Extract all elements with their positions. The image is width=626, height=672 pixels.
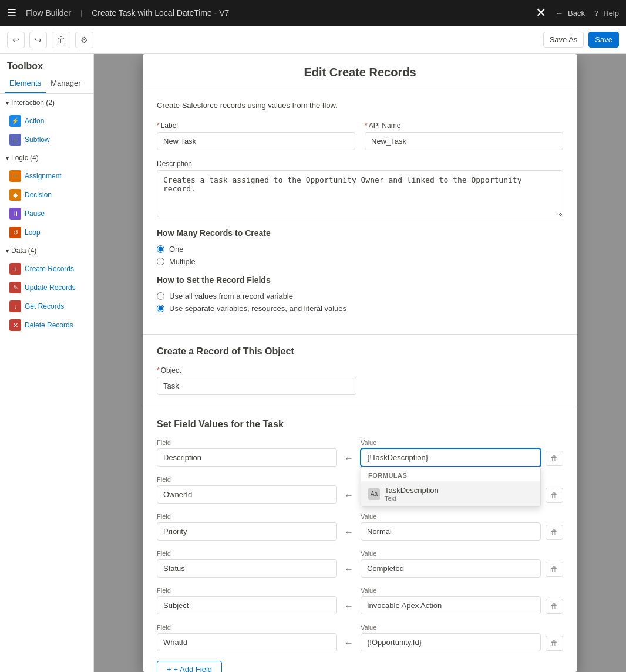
field-input-subject[interactable] <box>157 596 337 614</box>
menu-icon[interactable]: ☰ <box>7 6 16 19</box>
field-input-description[interactable] <box>157 448 337 467</box>
modal-overlay: Edit Create Records Create Salesforce re… <box>94 54 626 672</box>
value-col-5: Value <box>361 624 541 651</box>
object-input[interactable] <box>157 377 356 395</box>
radio-all-values-input[interactable] <box>157 292 164 300</box>
label-label: * Label <box>157 121 355 130</box>
field-col-3: Field <box>157 550 337 578</box>
sidebar-item-update-records[interactable]: ✎ Update Records <box>0 278 93 297</box>
delete-button-3[interactable]: 🗑 <box>546 562 563 577</box>
update-records-icon: ✎ <box>9 282 21 293</box>
sidebar-item-get-records[interactable]: ↓ Get Records <box>0 297 93 316</box>
value-col-label-0: Value <box>361 439 541 446</box>
modal-title: Edit Create Records <box>157 66 563 79</box>
tab-manager[interactable]: Manager <box>46 74 85 93</box>
dropdown-item-info: TaskDescription Text <box>385 486 439 502</box>
sidebar-item-subflow[interactable]: ≡ Subflow <box>0 130 93 149</box>
close-button[interactable]: ✕ <box>536 6 546 19</box>
arrow-button-3[interactable]: ← <box>342 564 356 575</box>
arrow-button-4[interactable]: ← <box>342 601 356 612</box>
description-label: Description <box>157 160 563 168</box>
arrow-button-2[interactable]: ← <box>342 527 356 538</box>
sidebar-item-loop[interactable]: ↺ Loop <box>0 223 93 242</box>
dropdown-popup: FORMULAS Aa TaskDescription Text <box>361 467 541 507</box>
back-link[interactable]: ← Back <box>556 9 585 18</box>
field-input-status[interactable] <box>157 559 337 578</box>
field-col-label-1: Field <box>157 476 337 483</box>
redo-button[interactable]: ↪ <box>29 32 47 48</box>
object-label: * Object <box>157 366 563 374</box>
sidebar-item-delete-records[interactable]: ✕ Delete Records <box>0 316 93 335</box>
tab-elements[interactable]: Elements <box>5 74 46 93</box>
radio-one-input[interactable] <box>157 245 164 253</box>
delete-button-1[interactable]: 🗑 <box>546 488 563 503</box>
field-input-priority[interactable] <box>157 522 337 541</box>
dropdown-item-task-description[interactable]: Aa TaskDescription Text <box>361 481 540 506</box>
subflow-icon: ≡ <box>9 134 21 146</box>
label-input[interactable] <box>157 132 355 150</box>
save-as-button[interactable]: Save As <box>543 32 584 48</box>
radio-all-values[interactable]: Use all values from a record variable <box>157 292 563 300</box>
value-input-subject[interactable] <box>361 596 541 614</box>
sidebar-item-pause[interactable]: ⏸ Pause <box>0 204 93 223</box>
arrow-button-0[interactable]: ← <box>342 453 356 464</box>
get-records-icon: ↓ <box>9 300 21 312</box>
label-group: * Label <box>157 121 355 150</box>
field-input-ownerid[interactable] <box>157 485 337 504</box>
how-many-section: How Many Records to Create One Multiple <box>157 228 563 266</box>
value-input-status[interactable] <box>361 559 541 578</box>
sidebar-item-decision[interactable]: ◆ Decision <box>0 185 93 204</box>
field-row-priority: Field ← Value 🗑 <box>157 513 563 541</box>
delete-button-4[interactable]: 🗑 <box>546 599 563 614</box>
value-col-label-5: Value <box>361 624 541 631</box>
delete-button-2[interactable]: 🗑 <box>546 525 563 540</box>
delete-toolbar-button[interactable]: 🗑 <box>52 32 70 48</box>
sidebar-item-action[interactable]: ⚡ Action <box>0 112 93 130</box>
arrow-button-5[interactable]: ← <box>342 638 356 649</box>
value-input-whatid[interactable] <box>361 633 541 651</box>
undo-button[interactable]: ↩ <box>7 32 25 48</box>
field-col-label-3: Field <box>157 550 337 557</box>
field-input-whatid[interactable] <box>157 633 337 651</box>
help-link[interactable]: ? Help <box>594 9 619 18</box>
description-group: Description Creates a task assigned to t… <box>157 160 563 219</box>
value-col-2: Value <box>361 513 541 541</box>
api-name-group: * API Name <box>365 121 563 150</box>
create-record-title: Create a Record of This Object <box>157 346 563 357</box>
sidebar-header: Toolbox <box>0 54 93 74</box>
field-row-status: Field ← Value 🗑 <box>157 550 563 578</box>
sidebar-item-create-records[interactable]: + Create Records <box>0 259 93 278</box>
modal-description: Create Salesforce records using values f… <box>157 101 563 110</box>
how-many-radio-group: One Multiple <box>157 245 563 266</box>
field-col-0: Field <box>157 439 337 467</box>
field-col-4: Field <box>157 587 337 614</box>
field-col-label-5: Field <box>157 624 337 631</box>
loop-icon: ↺ <box>9 227 21 238</box>
add-field-button[interactable]: + + Add Field <box>157 661 222 672</box>
value-input-priority[interactable] <box>361 522 541 541</box>
settings-toolbar-button[interactable]: ⚙ <box>75 32 93 48</box>
section-interaction[interactable]: ▾ Interaction (2) <box>0 94 93 112</box>
back-arrow-icon: ← <box>556 9 563 18</box>
arrow-button-1[interactable]: ← <box>342 490 356 501</box>
how-to-set-title: How to Set the Record Fields <box>157 275 563 285</box>
radio-one[interactable]: One <box>157 245 563 254</box>
section-logic[interactable]: ▾ Logic (4) <box>0 149 93 167</box>
sidebar-item-assignment[interactable]: = Assignment <box>0 167 93 185</box>
value-input-description[interactable] <box>361 448 541 467</box>
radio-separate[interactable]: Use separate variables, resources, and l… <box>157 304 563 313</box>
field-col-label-4: Field <box>157 587 337 594</box>
field-col-2: Field <box>157 513 337 541</box>
radio-multiple-input[interactable] <box>157 258 164 265</box>
flow-title: Create Task with Local DateTime - V7 <box>92 8 526 18</box>
radio-separate-input[interactable] <box>157 305 164 312</box>
app-label: Flow Builder <box>26 8 71 18</box>
description-textarea[interactable]: Creates a task assigned to the Opportuni… <box>157 170 563 217</box>
section-data[interactable]: ▾ Data (4) <box>0 242 93 259</box>
save-button[interactable]: Save <box>588 32 619 48</box>
delete-button-0[interactable]: 🗑 <box>546 451 563 466</box>
radio-multiple[interactable]: Multiple <box>157 257 563 266</box>
delete-button-5[interactable]: 🗑 <box>546 636 563 651</box>
assignment-icon: = <box>9 170 21 182</box>
api-name-input[interactable] <box>365 132 563 150</box>
